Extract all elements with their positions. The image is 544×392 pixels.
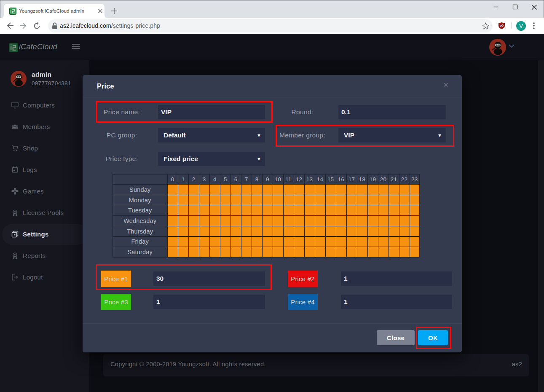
svg-text:uO: uO: [500, 24, 504, 27]
